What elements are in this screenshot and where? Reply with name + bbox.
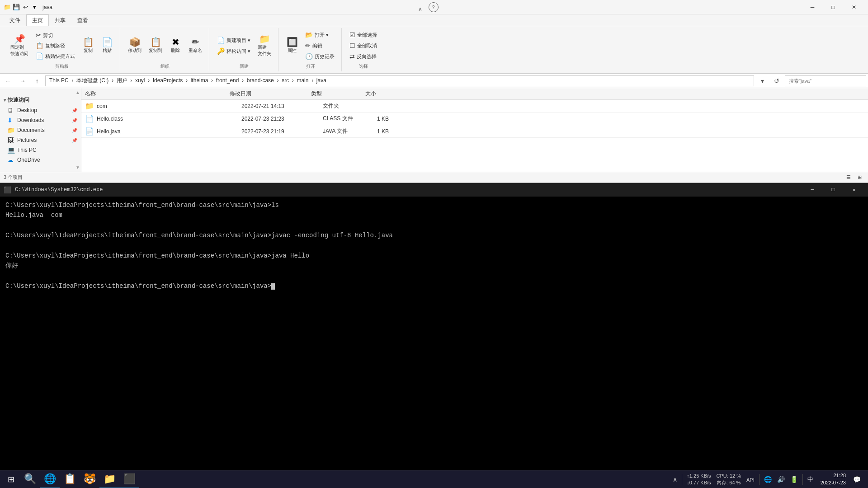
taskbar: ⊞ 🔍 🌐 📋 🐯 📁 ⬛ ∧ ↑1.25 KB/s ↓0.77 KB/s CP… — [0, 470, 868, 488]
lang-text: 中 — [807, 476, 813, 483]
sidebar-onedrive-label: OneDrive — [17, 157, 40, 163]
up-button[interactable]: ↑ — [31, 75, 43, 87]
refresh-button[interactable]: ↺ — [770, 75, 783, 87]
maximize-button[interactable]: □ — [823, 0, 844, 14]
sidebar-item-downloads[interactable]: ⬇ Downloads 📌 — [0, 115, 81, 125]
scroll-down-btn[interactable]: ▼ — [75, 165, 80, 170]
quick-access-label: 快速访问 — [8, 96, 29, 104]
cmd-body[interactable]: C:\Users\xuyl\IdeaProjects\itheima\front… — [0, 197, 868, 295]
tray-divider2 — [759, 474, 760, 485]
taskbar-app1[interactable]: 📋 — [60, 470, 80, 488]
api-indicator[interactable]: API — [745, 476, 756, 483]
paste-shortcut-button[interactable]: 📄粘贴快捷方式 — [33, 51, 78, 61]
table-row[interactable]: 📁 com 2022-07-21 14:13 文件夹 — [81, 100, 868, 113]
back-button[interactable]: ← — [2, 75, 14, 87]
ribbon: 文件 主页 共享 查看 📌 固定到快速访问 ✂剪切 — [0, 14, 868, 74]
easy-access-button[interactable]: 🔑轻松访问 ▾ — [214, 46, 254, 56]
dropdown-button[interactable]: ▾ — [756, 75, 769, 87]
tab-home[interactable]: 主页 — [26, 14, 49, 26]
taskbar-search[interactable]: 🔍 — [20, 470, 40, 488]
copy-to-icon: 📋 — [150, 38, 161, 47]
language-indicator[interactable]: 中 — [806, 475, 815, 483]
clock-time: 21:28 — [821, 472, 846, 479]
col-date-header[interactable]: 修改日期 — [230, 90, 311, 98]
downloads-icon: ⬇ — [7, 117, 14, 124]
table-row[interactable]: 📄 Hello.java 2022-07-23 21:19 JAVA 文件 1 … — [81, 125, 868, 138]
system-clock[interactable]: 21:28 2022-07-23 — [817, 472, 849, 486]
save-icon: 💾 — [13, 4, 20, 11]
battery-icon[interactable]: 🔋 — [788, 476, 800, 483]
file-date-helloclass: 2022-07-23 21:23 — [241, 116, 323, 122]
start-button[interactable]: ⊞ — [2, 470, 20, 488]
history-button[interactable]: 🕐历史记录 — [302, 52, 338, 61]
scroll-up-btn[interactable]: ▲ — [75, 90, 80, 95]
new-folder-button[interactable]: 📁 新建文件夹 — [255, 32, 274, 59]
pin-quick-access-button[interactable]: 📌 固定到快速访问 — [7, 32, 32, 59]
taskbar-chrome[interactable]: 🌐 — [40, 470, 60, 488]
new-item-button[interactable]: 📄新建项目 ▾ — [214, 35, 254, 45]
cmd-maximize-button[interactable]: □ — [823, 183, 844, 197]
col-type-header[interactable]: 类型 — [311, 90, 365, 98]
deselect-all-button[interactable]: ☐全部取消 — [346, 41, 380, 51]
cmd-minimize-button[interactable]: ─ — [802, 183, 823, 197]
file-date-com: 2022-07-21 14:13 — [241, 103, 323, 109]
notification-icon[interactable]: 💬 — [851, 476, 863, 483]
desktop-pin-icon: 📌 — [72, 108, 77, 113]
select-all-button[interactable]: ☑全部选择 — [346, 30, 380, 40]
move-to-button[interactable]: 📦 移动到 — [125, 35, 145, 56]
sidebar-item-documents[interactable]: 📁 Documents 📌 — [0, 125, 81, 135]
cmd-close-button[interactable]: ✕ — [844, 183, 864, 197]
rename-icon: ✏ — [192, 38, 199, 47]
taskbar-explorer[interactable]: 📁 — [99, 470, 119, 488]
title-bar-icons: 📁 💾 ↩ ▾ — [4, 4, 38, 11]
table-row[interactable]: 📄 Hello.class 2022-07-23 21:23 CLASS 文件 … — [81, 113, 868, 125]
new-folder-icon: 📁 — [259, 34, 270, 43]
cut-button[interactable]: ✂剪切 — [33, 30, 78, 40]
clipboard-btns: 📌 固定到快速访问 ✂剪切 📋复制路径 📄粘贴快捷方式 — [7, 30, 116, 61]
taskbar-app2[interactable]: 🐯 — [80, 470, 99, 488]
large-icon-view-button[interactable]: ⊞ — [854, 173, 864, 182]
delete-button[interactable]: ✖ 删除 — [166, 35, 184, 56]
tray-expand[interactable]: ∧ — [671, 476, 679, 483]
api-text: API — [746, 477, 755, 483]
cmd-title-bar: ⬛ C:\Windows\System32\cmd.exe ─ □ ✕ — [0, 183, 868, 197]
clock-date: 2022-07-23 — [821, 479, 846, 486]
tab-file[interactable]: 文件 — [4, 14, 26, 26]
sidebar-item-this-pc[interactable]: 💻 This PC — [0, 145, 81, 155]
sidebar-item-pictures[interactable]: 🖼 Pictures 📌 — [0, 135, 81, 145]
taskbar-cmd[interactable]: ⬛ — [119, 470, 139, 488]
sidebar-item-desktop[interactable]: 🖥 Desktop 📌 — [0, 105, 81, 115]
tab-view[interactable]: 查看 — [71, 14, 94, 26]
search-input[interactable] — [789, 78, 862, 84]
documents-pin-icon: 📌 — [72, 128, 77, 133]
minimize-button[interactable]: ─ — [802, 0, 823, 14]
system-tray: ∧ ↑1.25 KB/s ↓0.77 KB/s CPU: 12 % 内存: 64… — [667, 472, 866, 486]
copy-path-button[interactable]: 📋复制路径 — [33, 41, 78, 51]
tab-share[interactable]: 共享 — [49, 14, 71, 26]
downloads-pin-icon: 📌 — [72, 118, 77, 123]
help-button[interactable]: ? — [429, 2, 439, 12]
search-box[interactable] — [785, 75, 866, 86]
download-speed: ↓0.77 KB/s — [687, 479, 711, 486]
speaker-icon[interactable]: 🔊 — [775, 476, 787, 483]
paste-button[interactable]: 📄 粘贴 — [98, 35, 116, 56]
edit-button[interactable]: ✏编辑 — [302, 41, 338, 51]
forward-button[interactable]: → — [16, 75, 29, 87]
address-path[interactable]: This PC › 本地磁盘 (C:) › 用户 › xuyl › IdeaPr… — [45, 75, 754, 86]
col-name-header[interactable]: 名称 — [85, 90, 230, 98]
copy-button[interactable]: 📋 复制 — [79, 35, 97, 56]
details-view-button[interactable]: ☰ — [844, 173, 854, 182]
quick-access-header[interactable]: ▾ 快速访问 — [0, 95, 81, 105]
down-arrow-icon[interactable]: ▾ — [31, 4, 38, 11]
sidebar-item-onedrive[interactable]: ☁ OneDrive — [0, 155, 81, 165]
close-button[interactable]: ✕ — [844, 0, 864, 14]
properties-button[interactable]: 🔲 属性 — [283, 35, 301, 56]
rename-button[interactable]: ✏ 重命名 — [185, 35, 205, 56]
open-button[interactable]: 📂打开 ▾ — [302, 30, 338, 40]
ribbon-expand-btn[interactable]: ∧ — [416, 4, 424, 14]
copy-to-button[interactable]: 📋 复制到 — [146, 35, 165, 56]
col-size-header[interactable]: 大小 — [365, 90, 401, 98]
network-icon[interactable]: 🌐 — [762, 476, 774, 483]
invert-selection-button[interactable]: ⇄反向选择 — [346, 52, 380, 61]
clipboard-label: 剪贴板 — [55, 62, 69, 70]
